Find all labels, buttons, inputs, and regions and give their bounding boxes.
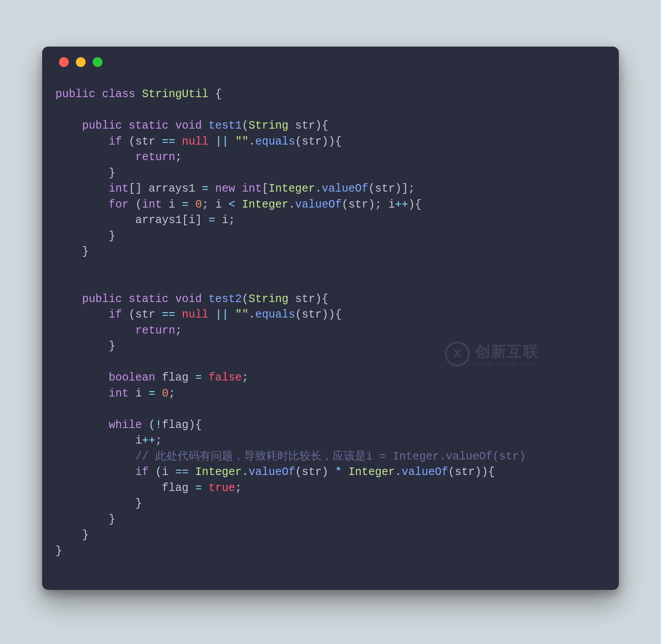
code-token-kw: return bbox=[135, 324, 175, 337]
code-token-type: StringUtil bbox=[142, 88, 209, 101]
code-token-num: 0 bbox=[162, 387, 169, 400]
zoom-icon[interactable] bbox=[93, 57, 102, 67]
code-token-type: String bbox=[248, 293, 288, 306]
code-token-op: = bbox=[195, 371, 202, 384]
code-token-kw: void bbox=[175, 119, 202, 132]
code-token-op: < bbox=[228, 198, 235, 211]
code-token-lit: null bbox=[182, 135, 209, 148]
code-token-kw: void bbox=[175, 293, 202, 306]
code-token-kw: if bbox=[135, 466, 149, 479]
code-token-fn: valueOf bbox=[401, 466, 448, 479]
code-token-str: "" bbox=[235, 135, 248, 148]
code-token-kw: new bbox=[215, 182, 235, 195]
code-token-kw: while bbox=[109, 419, 142, 432]
code-token-kw: class bbox=[102, 88, 135, 101]
minimize-icon[interactable] bbox=[76, 57, 86, 67]
code-token-kw: int bbox=[142, 198, 162, 211]
code-token-num: 0 bbox=[195, 198, 202, 211]
code-token-kw: public bbox=[55, 88, 95, 101]
code-token-op: == bbox=[175, 466, 189, 479]
code-token-fn: equals bbox=[255, 308, 295, 321]
code-token-op: ! bbox=[155, 419, 162, 432]
code-token-op: * bbox=[335, 466, 342, 479]
code-token-fn: test1 bbox=[209, 119, 242, 132]
code-token-type: Integer bbox=[242, 198, 288, 211]
code-token-fn: equals bbox=[255, 135, 295, 148]
code-token-kw: if bbox=[109, 308, 122, 321]
code-token-op: || bbox=[215, 308, 228, 321]
code-token-op: ++ bbox=[395, 198, 408, 211]
code-token-fn: valueOf bbox=[295, 198, 342, 211]
code-block: public class StringUtil { public static … bbox=[42, 78, 619, 572]
code-token-kw: int bbox=[109, 387, 129, 400]
code-token-op: = bbox=[202, 182, 209, 195]
code-token-type: String bbox=[248, 119, 288, 132]
code-token-op: || bbox=[215, 135, 228, 148]
code-token-type: Integer bbox=[348, 466, 395, 479]
code-token-fn: test2 bbox=[209, 293, 242, 306]
code-token-str: "" bbox=[235, 308, 248, 321]
code-token-op: ++ bbox=[142, 434, 155, 447]
code-token-lit: null bbox=[182, 308, 209, 321]
code-token-op: = bbox=[195, 482, 202, 495]
code-token-op: = bbox=[182, 198, 189, 211]
code-token-cmt: // 此处代码有问题，导致耗时比较长，应该是i = Integer.valueO… bbox=[135, 450, 526, 463]
code-token-kw: public bbox=[82, 119, 122, 132]
code-token-kw: int bbox=[109, 182, 129, 195]
code-token-kw: if bbox=[109, 135, 122, 148]
code-token-op: = bbox=[209, 214, 215, 227]
code-window: X 创新互联 CHUANG XIN HU LIAN public class S… bbox=[42, 47, 619, 590]
code-token-kw: return bbox=[135, 151, 175, 164]
code-token-kw: boolean bbox=[109, 371, 155, 384]
code-token-lit: false bbox=[209, 371, 242, 384]
code-token-op: == bbox=[162, 135, 175, 148]
code-token-op: == bbox=[162, 308, 175, 321]
code-token-kw: int bbox=[242, 182, 262, 195]
code-token-kw: static bbox=[129, 119, 169, 132]
code-token-type: Integer bbox=[268, 182, 315, 195]
code-token-type: Integer bbox=[195, 466, 242, 479]
code-token-op: = bbox=[149, 387, 155, 400]
code-token-kw: for bbox=[109, 198, 129, 211]
code-token-lit: true bbox=[209, 482, 235, 495]
close-icon[interactable] bbox=[59, 57, 69, 67]
code-token-kw: static bbox=[129, 293, 169, 306]
code-token-fn: valueOf bbox=[322, 182, 368, 195]
code-token-kw: public bbox=[82, 293, 122, 306]
window-titlebar bbox=[42, 47, 619, 78]
code-token-fn: valueOf bbox=[248, 466, 295, 479]
